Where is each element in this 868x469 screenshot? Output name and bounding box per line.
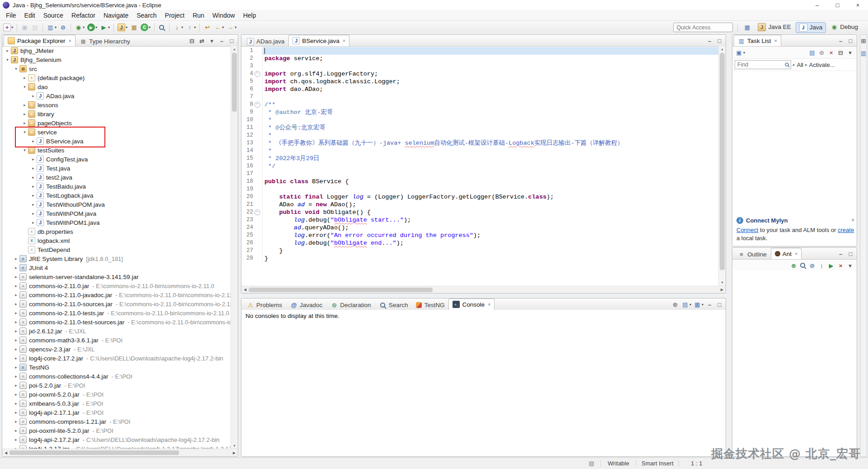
package-explorer-hscrollbar[interactable]: ◀ ▶ — [2, 449, 238, 456]
tree-collapsed-arrow-icon[interactable]: ▸ — [30, 139, 37, 143]
tree-item-selenium-server-standalone-3-141-59-jar[interactable]: ▸selenium-server-standalone-3.141.59.jar — [2, 272, 231, 281]
maximize-view-button[interactable]: □ — [846, 37, 855, 45]
view-tab-package-explorer[interactable]: Package Explorer× — [4, 35, 75, 46]
tree-item-testwithpom-java[interactable]: ▸TestWithPOM.java — [2, 209, 231, 218]
tree-item-commons-collections4-4-4-jar[interactable]: ▸commons-collections4-4.4.jar- E:\POI — [2, 372, 231, 381]
scroll-down-icon[interactable]: ▼ — [231, 443, 238, 449]
next-annotation-button[interactable]: ↓▾ — [172, 23, 184, 32]
run-default-target-button[interactable]: ▶ — [826, 261, 836, 270]
minimize-view-button[interactable]: – — [705, 300, 714, 309]
delete-task-button[interactable]: × — [826, 48, 836, 57]
tree-collapsed-arrow-icon[interactable]: ▸ — [13, 338, 19, 342]
next-annotation-dropdown-icon[interactable]: ▾ — [181, 25, 183, 29]
tree-item-commons-io-2-11-0-tests-jar[interactable]: ▸commons-io-2.11.0-tests.jar- E:\commons… — [2, 308, 231, 317]
tree-collapsed-arrow-icon[interactable]: ▸ — [13, 374, 19, 379]
minimize-button[interactable]: – — [807, 0, 827, 10]
task-find-input[interactable] — [735, 60, 791, 69]
new-java-class-button[interactable]: C▾ — [140, 23, 151, 32]
run-dropdown-icon[interactable]: ▾ — [95, 25, 97, 29]
tree-collapsed-arrow-icon[interactable]: ▸ — [30, 166, 37, 171]
tree-item-opencsv-2-3-jar[interactable]: ▸opencsv-2.3.jar- E:\JXL — [2, 345, 231, 354]
tree-collapsed-arrow-icon[interactable]: ▸ — [30, 202, 37, 207]
run-external-tools-dropdown-icon[interactable]: ▾ — [108, 25, 110, 29]
tree-item-log4j-api-2-17-2-jar[interactable]: ▸log4j-api-2.17.2.jar- C:\Users\DELL\Dow… — [2, 435, 231, 444]
tree-collapsed-arrow-icon[interactable]: ▸ — [13, 356, 19, 360]
view-menu-button[interactable]: ▾ — [845, 261, 855, 270]
tree-collapsed-arrow-icon[interactable]: ▸ — [30, 94, 37, 98]
display-selected-console-dropdown-icon[interactable]: ▾ — [689, 303, 691, 307]
tree-collapsed-arrow-icon[interactable]: ▸ — [13, 401, 19, 406]
tree-item-service[interactable]: ▾service — [2, 128, 231, 137]
tree-collapsed-arrow-icon[interactable]: ▸ — [13, 256, 19, 261]
menu-refactor[interactable]: Refactor — [67, 11, 99, 20]
hscroll-thumb[interactable] — [9, 450, 179, 455]
collapse-all-button[interactable]: ⊟ — [187, 37, 197, 45]
tree-item-bjhg-selenium[interactable]: ▾Bjhg_Selenium — [2, 55, 231, 64]
tree-item-testng[interactable]: ▸TestNG — [2, 363, 231, 372]
perspective-java-button[interactable]: JJava — [796, 22, 826, 33]
skip-all-breakpoints-button[interactable]: ⊘ — [58, 23, 68, 32]
last-edit-location-button[interactable]: ↩ — [203, 23, 212, 32]
tree-item-commons-io-2-11-0-test-sources-jar[interactable]: ▸commons-io-2.11.0-test-sources.jar- E:\… — [2, 317, 231, 327]
categorize-tasks-button[interactable]: ▤ — [807, 48, 817, 57]
menu-source[interactable]: Source — [39, 11, 67, 20]
tree-item-db-properties[interactable]: db.properties — [2, 227, 231, 236]
scroll-left-icon[interactable]: ◀ — [2, 451, 9, 455]
new-java-project-dropdown-icon[interactable]: ▾ — [126, 25, 127, 29]
menu-run[interactable]: Run — [189, 11, 208, 20]
restore-minimized-view-button[interactable]: ⊞ — [859, 37, 868, 45]
tree-item-poi-ooxml-lite-5-2-0-jar[interactable]: ▸poi-ooxml-lite-5.2.0.jar- E:\POI — [2, 426, 231, 435]
maximize-view-button[interactable]: □ — [715, 300, 724, 309]
tree-expanded-arrow-icon[interactable]: ▾ — [21, 130, 28, 134]
menu-edit[interactable]: Edit — [20, 11, 39, 20]
open-console-button[interactable]: ▦▾ — [693, 300, 704, 309]
vscroll-thumb[interactable] — [232, 53, 237, 112]
hide-internal-targets-button[interactable]: ⊘ — [807, 261, 817, 270]
menu-file[interactable]: File — [2, 11, 20, 20]
console-tab-declaration[interactable]: Declaration — [326, 300, 375, 310]
link-with-editor-button[interactable]: ⇄ — [197, 37, 207, 45]
maximize-button[interactable]: □ — [827, 0, 848, 10]
task-scope-all-button[interactable]: All — [797, 62, 803, 68]
tree-collapsed-arrow-icon[interactable]: ▸ — [13, 347, 19, 351]
search-buildfiles-button[interactable] — [798, 261, 807, 270]
tree-collapsed-arrow-icon[interactable]: ▸ — [13, 320, 19, 324]
tree-collapsed-arrow-icon[interactable]: ▸ — [30, 157, 37, 161]
tree-item-pageobjects[interactable]: ▸pageObjects — [2, 118, 231, 128]
tree-expanded-arrow-icon[interactable]: ▾ — [4, 57, 11, 62]
tree-item-bservice-java[interactable]: ▸BService.java — [2, 137, 231, 146]
editor-tab-close-icon[interactable]: × — [343, 38, 345, 43]
menu-search[interactable]: Search — [132, 11, 160, 20]
maximize-view-button[interactable]: □ — [715, 37, 724, 45]
tree-collapsed-arrow-icon[interactable]: ▸ — [21, 103, 28, 107]
task-activate-button[interactable]: Activate... — [809, 62, 835, 68]
tree-expanded-arrow-icon[interactable]: ▾ — [13, 66, 19, 71]
new-java-class-dropdown-icon[interactable]: ▾ — [149, 25, 151, 29]
tree-expanded-arrow-icon[interactable]: ▾ — [21, 85, 28, 89]
maximize-view-button[interactable]: □ — [227, 37, 236, 45]
editor-hscrollbar[interactable]: ◀ ▶ — [241, 286, 726, 293]
tree-collapsed-arrow-icon[interactable]: ▸ — [13, 365, 19, 370]
tree-collapsed-arrow-icon[interactable]: ▸ — [30, 184, 37, 189]
tree-collapsed-arrow-icon[interactable]: ▸ — [13, 428, 19, 433]
tree-collapsed-arrow-icon[interactable]: ▸ — [13, 383, 19, 388]
tree-collapsed-arrow-icon[interactable]: ▸ — [13, 293, 19, 297]
tree-item-test-java[interactable]: ▸Test.java — [2, 164, 231, 173]
pin-console-button[interactable]: ⊙ — [670, 300, 680, 309]
vscroll-thumb[interactable] — [720, 53, 725, 270]
tree-collapsed-arrow-icon[interactable]: ▸ — [13, 329, 19, 333]
tree-collapsed-arrow-icon[interactable]: ▸ — [13, 311, 19, 315]
tree-collapsed-arrow-icon[interactable]: ▸ — [13, 265, 19, 270]
view-tab-close-icon[interactable]: × — [69, 38, 71, 43]
editor-vscrollbar[interactable]: ▲ ▼ — [718, 46, 726, 286]
debug-button[interactable]: ◉▾ — [74, 23, 85, 32]
tree-item-configtest-java[interactable]: ▸ConfigTest.java — [2, 155, 231, 164]
tree-collapsed-arrow-icon[interactable]: ▸ — [13, 275, 19, 279]
tree-item-testlogback-java[interactable]: ▸TestLogback.java — [2, 191, 231, 200]
open-perspective-button[interactable]: ▦ — [742, 23, 752, 32]
back-button[interactable]: ←▾ — [213, 23, 225, 32]
menu-window[interactable]: Window — [208, 11, 239, 20]
tree-collapsed-arrow-icon[interactable]: ▸ — [13, 284, 19, 288]
minimize-view-button[interactable]: – — [836, 37, 845, 45]
menu-navigate[interactable]: Navigate — [99, 11, 132, 20]
